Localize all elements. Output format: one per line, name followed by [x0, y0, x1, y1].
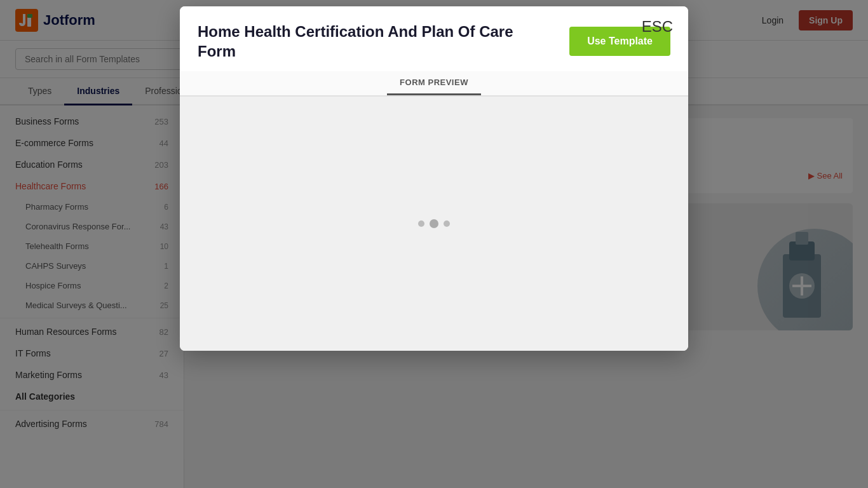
loading-dot-2: [430, 219, 438, 228]
loading-indicator: [418, 219, 450, 228]
loading-dot-1: [418, 220, 424, 227]
modal-title: Home Health Certification And Plan Of Ca…: [198, 22, 547, 61]
loading-dot-3: [444, 220, 450, 227]
modal-close-button[interactable]: ESC: [637, 17, 678, 37]
modal: Home Health Certification And Plan Of Ca…: [180, 6, 688, 351]
modal-header: Home Health Certification And Plan Of Ca…: [180, 6, 688, 71]
modal-body: [180, 97, 688, 351]
form-preview-label: FORM PREVIEW: [387, 71, 481, 95]
overlay[interactable]: Home Health Certification And Plan Of Ca…: [0, 0, 868, 488]
form-preview-tab: FORM PREVIEW: [180, 71, 688, 97]
